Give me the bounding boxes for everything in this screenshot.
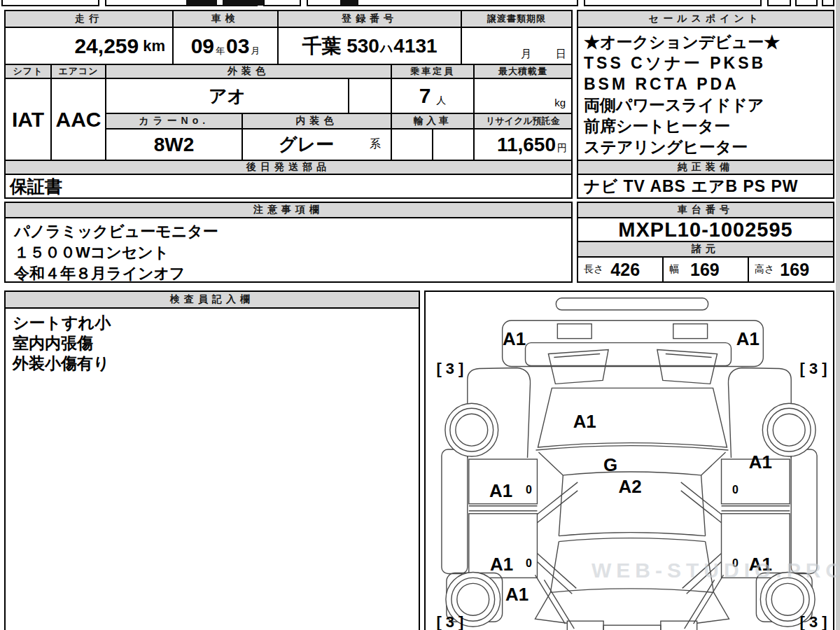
- later-parts-header-label: 後日発送部品: [246, 161, 330, 174]
- inspector-line: 外装小傷有り: [13, 354, 419, 374]
- aircon-header-label: エアコン: [58, 65, 98, 78]
- right-door-rail: [722, 506, 790, 511]
- interior-color-suffix: 系: [370, 137, 381, 152]
- shift-header: シフト: [4, 64, 52, 79]
- transfer-month-label: 月: [521, 48, 531, 61]
- recycle-deposit-header: リサイクル預託金: [473, 113, 573, 130]
- registration-region: 千葉 530: [302, 33, 379, 59]
- transfer-deadline-value-cell: 月 日: [461, 27, 573, 65]
- registration-header: 登録番号: [277, 10, 462, 28]
- note-line: １５００Wコンセント: [14, 242, 571, 263]
- running-board-right: [791, 449, 817, 573]
- mark-cowl: G: [603, 455, 617, 475]
- inspector-header: 検査員記入欄: [4, 290, 420, 309]
- tire-depth-rear-right: [ 3 ]: [800, 613, 827, 630]
- transfer-deadline-header-label: 譲渡書類期限: [487, 13, 546, 25]
- max-load-header: 最大積載量: [473, 64, 573, 79]
- capacity-value-cell: 7 人: [391, 78, 475, 114]
- import-header-label: 輸入車: [414, 115, 451, 127]
- front-light-left: [557, 324, 592, 339]
- genuine-equipment-value: ナビ TV ABS エアB PS PW: [578, 176, 799, 197]
- later-parts-value: 保証書: [6, 175, 62, 198]
- registration-header-label: 登録番号: [342, 13, 398, 25]
- mark-left-rear-door: A1: [490, 554, 513, 574]
- mark-left-front-door-ding: 0: [526, 484, 532, 496]
- rear-bumper-bar: [603, 625, 661, 630]
- color-no-header: カラーNo.: [105, 113, 243, 130]
- spec-width-cell: 幅 169: [662, 256, 749, 283]
- spec-height-label: 高さ: [755, 263, 774, 276]
- recycle-deposit-value-cell: 11,650 円: [473, 128, 573, 161]
- capacity-header: 乗車定員: [391, 64, 475, 79]
- mark-left-front-door: A1: [489, 481, 512, 500]
- max-load-value-cell: kg: [473, 78, 573, 114]
- cutoff-text-remnant: [186, 0, 217, 6]
- registration-value-cell: 千葉 530 ハ 4131: [277, 27, 462, 65]
- auction-sheet: 走行 車検 登録番号 譲渡書類期限 24,259 km 09 年 03 月 千葉…: [0, 0, 836, 630]
- mileage-value-cell: 24,259 km: [4, 27, 174, 65]
- spec-width-label: 幅: [669, 263, 679, 276]
- cutoff-text-remnant: [340, 0, 358, 6]
- note-line: 令和４年８月ラインオフ: [14, 263, 571, 284]
- note-line: パノラミックビューモニター: [14, 221, 571, 242]
- inspection-header-label: 車検: [211, 13, 239, 25]
- recycle-deposit-header-label: リサイクル預託金: [486, 115, 560, 127]
- registration-number: 4131: [393, 35, 437, 57]
- front-grille-strip: [556, 298, 708, 310]
- specs-header: 諸元: [577, 241, 834, 258]
- cutoff-box: [263, 0, 301, 6]
- interior-color-header-label: 内装色: [296, 115, 338, 127]
- windshield: [538, 388, 727, 447]
- max-load-header-label: 最大積載量: [498, 65, 547, 78]
- cutoff-box: [767, 0, 791, 6]
- front-light-right: [673, 324, 708, 339]
- import-header: 輸入車: [391, 113, 475, 130]
- aircon-value-cell: AAC: [50, 78, 106, 161]
- mark-roof: A2: [618, 477, 641, 496]
- sales-point-line: TSS Cソナー PKSB: [584, 52, 833, 74]
- shift-value: IAT: [12, 108, 44, 132]
- watermark: WEB-STUDIO.PRO: [592, 559, 840, 582]
- mileage-header-label: 走行: [75, 13, 103, 25]
- chassis-value: MXPL10-1002595: [618, 218, 792, 241]
- cutoff-box: [584, 0, 762, 6]
- tire-depth-rear-left: [ 3 ]: [436, 613, 463, 630]
- sales-points-header: セールスポイント: [577, 10, 834, 28]
- roof-front-arc: [563, 472, 701, 475]
- aircon-value: AAC: [56, 108, 102, 132]
- running-board-left: [442, 449, 468, 573]
- capacity-value: 7: [419, 84, 431, 108]
- inspection-year: 09: [191, 34, 214, 58]
- specs-header-label: 諸元: [692, 243, 720, 255]
- mark-left-rear-quarter: A1: [505, 584, 528, 604]
- right-diagonals: [681, 482, 724, 629]
- rear-bumper-corners: [535, 592, 729, 623]
- wiper-right-blade: [666, 354, 712, 358]
- exterior-color-header-label: 外装色: [227, 65, 270, 78]
- registration-kana: ハ: [380, 40, 393, 57]
- inspection-header: 車検: [172, 10, 279, 28]
- transfer-day-label: 日: [556, 48, 566, 61]
- transfer-deadline-header: 譲渡書類期限: [461, 10, 573, 28]
- front-bumper: [503, 321, 764, 367]
- interior-color-header: 内装色: [241, 113, 392, 130]
- mark-front-bumper-left: A1: [503, 329, 526, 349]
- sales-point-line: ★オークションデビュー★: [584, 31, 833, 52]
- tire-depth-front-left: [ 3 ]: [436, 360, 463, 377]
- later-parts-value-cell: 保証書: [4, 174, 573, 199]
- inspector-header-label: 検査員記入欄: [170, 293, 254, 306]
- cutoff-box: [822, 0, 834, 6]
- cowl-arc: [536, 446, 728, 450]
- genuine-equipment-header-label: 純正装備: [678, 161, 734, 174]
- interior-color-value-cell: グレー 系: [241, 128, 392, 161]
- inspection-month: 03: [226, 34, 249, 58]
- mark-right-front-fender: A1: [749, 452, 772, 472]
- wiper-left-blade: [554, 354, 600, 358]
- notes-header: 注意事項欄: [4, 202, 573, 218]
- spec-length-value: 426: [610, 260, 640, 280]
- rear-window-arc: [559, 533, 705, 542]
- spec-height-value: 169: [780, 260, 809, 280]
- inspection-month-unit: 月: [251, 45, 260, 57]
- sales-points-header-label: セールスポイント: [649, 13, 762, 25]
- inspection-value-cell: 09 年 03 月: [172, 27, 279, 65]
